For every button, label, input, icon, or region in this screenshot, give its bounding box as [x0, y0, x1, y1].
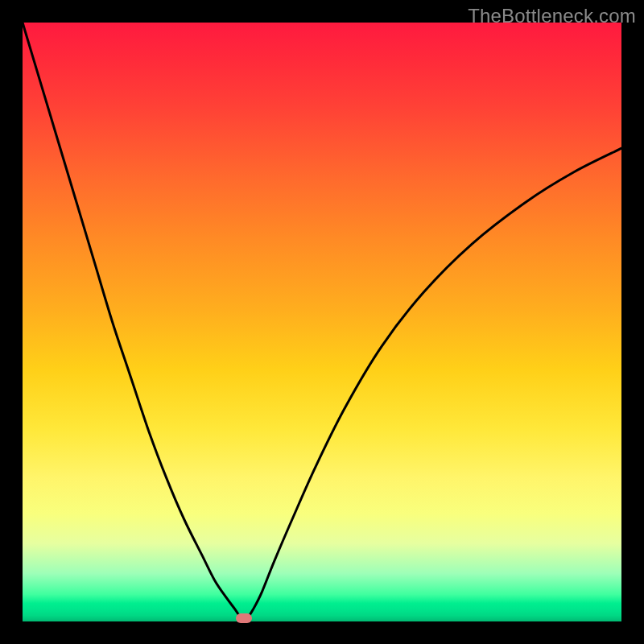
chart-plot-area	[23, 23, 621, 621]
optimum-marker	[236, 613, 252, 623]
chart-frame: TheBottleneck.com	[0, 0, 644, 644]
bottleneck-curve	[23, 23, 621, 621]
watermark-text: TheBottleneck.com	[468, 5, 636, 27]
